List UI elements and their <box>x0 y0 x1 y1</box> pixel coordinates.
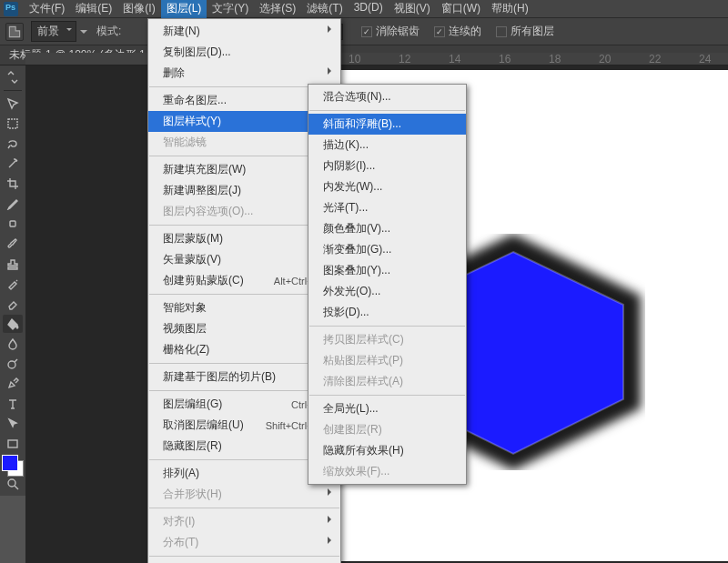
menu-item: 分布(T) <box>148 532 340 553</box>
menu-视图v[interactable]: 视图(V) <box>389 0 436 18</box>
eyedropper-tool-icon[interactable] <box>3 195 23 213</box>
layer-style-submenu: 混合选项(N)...斜面和浮雕(B)...描边(K)...内阴影(I)...内发… <box>308 84 467 485</box>
menu-文件f[interactable]: 文件(F) <box>24 0 70 18</box>
menu-item[interactable]: 新建(N) <box>148 21 340 42</box>
eraser-tool-icon[interactable] <box>3 295 23 313</box>
menu-item[interactable]: 删除 <box>148 63 340 84</box>
wand-tool-icon[interactable] <box>3 155 23 173</box>
menu-item: 缩放效果(F)... <box>308 461 466 482</box>
history-brush-icon[interactable] <box>3 275 23 293</box>
menu-文字y[interactable]: 文字(Y) <box>207 0 254 18</box>
menu-item[interactable]: 隐藏所有效果(H) <box>308 440 466 461</box>
menu-图层l[interactable]: 图层(L) <box>161 0 207 18</box>
menu-bar: 文件(F)编辑(E)图像(I)图层(L)文字(Y)选择(S)滤镜(T)3D(D)… <box>0 0 728 18</box>
mode-arrow-icon <box>80 30 87 37</box>
menu-item: 粘贴图层样式(P) <box>308 350 466 371</box>
mode-label: 模式: <box>96 24 121 39</box>
menu-item: 对齐(I) <box>148 511 340 532</box>
move-tool-icon[interactable] <box>3 95 23 113</box>
pen-tool-icon[interactable] <box>3 375 23 393</box>
menu-item: 合并形状(H) <box>148 484 340 505</box>
svg-rect-0 <box>8 119 17 128</box>
tool-preset-icon[interactable] <box>5 23 24 41</box>
menu-item[interactable]: 描边(K)... <box>308 135 466 156</box>
svg-point-2 <box>8 361 15 368</box>
menu-选择s[interactable]: 选择(S) <box>254 0 301 18</box>
menu-item: 创建图层(R) <box>308 419 466 440</box>
menu-item[interactable]: 渐变叠加(G)... <box>308 239 466 260</box>
menu-item[interactable]: 图案叠加(Y)... <box>308 260 466 281</box>
menu-item[interactable]: 内阴影(I)... <box>308 156 466 176</box>
type-tool-icon[interactable] <box>3 395 23 413</box>
menu-item[interactable]: 内发光(W)... <box>308 176 466 197</box>
menu-3dd[interactable]: 3D(D) <box>349 0 389 18</box>
zoom-tool-icon[interactable] <box>3 475 23 493</box>
antialias-checkbox[interactable]: ✓消除锯齿 <box>361 24 420 39</box>
healing-tool-icon[interactable] <box>3 215 23 233</box>
svg-rect-1 <box>10 221 15 226</box>
menu-滤镜t[interactable]: 滤镜(T) <box>301 0 348 18</box>
menu-item[interactable]: 外发光(O)... <box>308 281 466 302</box>
menu-item: 清除图层样式(A) <box>308 371 466 392</box>
app-icon-photoshop <box>4 2 18 16</box>
menu-item[interactable]: 投影(D)... <box>308 302 466 323</box>
menu-item[interactable]: 全局光(L)... <box>308 398 466 419</box>
menu-item[interactable]: 颜色叠加(V)... <box>308 218 466 239</box>
menu-item[interactable]: 斜面和浮雕(B)... <box>308 114 466 135</box>
double-arrow-icon[interactable] <box>3 68 23 86</box>
foreground-dropdown[interactable]: 前景 <box>31 21 76 42</box>
menu-item: 拷贝图层样式(C) <box>308 329 466 350</box>
menu-编辑e[interactable]: 编辑(E) <box>70 0 117 18</box>
menu-item[interactable]: 光泽(T)... <box>308 197 466 218</box>
path-select-icon[interactable] <box>3 415 23 433</box>
marquee-tool-icon[interactable] <box>3 115 23 133</box>
shape-tool-icon[interactable] <box>3 435 23 453</box>
menu-item[interactable]: 复制图层(D)... <box>148 42 340 63</box>
menu-图像i[interactable]: 图像(I) <box>117 0 160 18</box>
brush-tool-icon[interactable] <box>3 235 23 253</box>
menu-帮助h[interactable]: 帮助(H) <box>486 0 534 18</box>
toolbox <box>0 65 25 496</box>
bucket-tool-icon[interactable] <box>3 315 23 333</box>
stamp-tool-icon[interactable] <box>3 255 23 273</box>
ruler-horizontal: 8 10 12 14 16 18 20 22 24 <box>25 53 728 65</box>
dodge-tool-icon[interactable] <box>3 355 23 373</box>
lasso-tool-icon[interactable] <box>3 135 23 153</box>
blur-tool-icon[interactable] <box>3 335 23 353</box>
foreground-color[interactable] <box>2 455 18 471</box>
svg-rect-3 <box>8 440 17 447</box>
menu-item[interactable]: 混合选项(N)... <box>308 86 466 107</box>
svg-point-4 <box>8 479 15 487</box>
all-layers-checkbox[interactable]: 所有图层 <box>496 24 554 39</box>
color-swatch[interactable] <box>2 455 24 477</box>
menu-窗口w[interactable]: 窗口(W) <box>436 0 486 18</box>
crop-tool-icon[interactable] <box>3 175 23 193</box>
contiguous-checkbox[interactable]: ✓连续的 <box>434 24 481 39</box>
menu-item[interactable]: 锁定组内的所有图层(X)... <box>148 559 340 563</box>
options-bar: 前景 模式: 差: 32 ✓消除锯齿 ✓连续的 所有图层 <box>0 18 728 45</box>
